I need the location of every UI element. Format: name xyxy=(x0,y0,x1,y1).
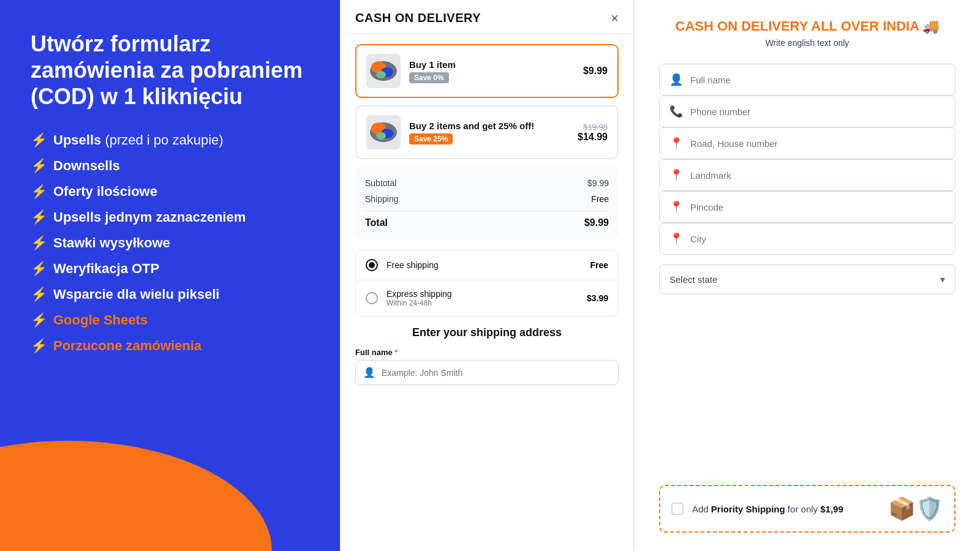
right-form-field[interactable]: 📍 xyxy=(659,159,956,191)
product-option[interactable]: Buy 2 items and get 25% off! Save 25% $1… xyxy=(355,105,619,159)
feature-item: ⚡Upsells jednym zaznaczeniem xyxy=(31,209,315,225)
modal-header: CASH ON DELIVERY × xyxy=(341,0,633,34)
feature-item: ⚡Google Sheets xyxy=(31,312,315,328)
priority-text: Add Priority Shipping for only $1,99 xyxy=(692,504,880,514)
field-icon: 📍 xyxy=(669,200,683,214)
radio-button[interactable] xyxy=(366,259,378,271)
priority-shipping-box: Add Priority Shipping for only $1,99 📦🛡️ xyxy=(659,485,956,533)
product-name: Buy 2 items and get 25% off! xyxy=(409,121,569,131)
right-form-field[interactable]: 📍 xyxy=(659,191,956,223)
package-icon: 📦🛡️ xyxy=(888,496,943,522)
shipping-option[interactable]: Express shipping Within 24-48h $3.99 xyxy=(356,280,618,316)
state-select-group[interactable]: Select state ▾ xyxy=(659,264,956,294)
shipping-info: Express shipping Within 24-48h xyxy=(386,289,578,307)
modal-title: CASH ON DELIVERY xyxy=(355,11,481,25)
lightning-icon: ⚡ xyxy=(31,338,47,354)
right-form-field[interactable]: 📍 xyxy=(659,223,956,255)
field-input[interactable] xyxy=(690,107,945,117)
right-form-field[interactable]: 📞 xyxy=(659,96,956,127)
total-value: $9.99 xyxy=(584,217,609,228)
lightning-icon: ⚡ xyxy=(31,132,47,148)
shipping-name: Free shipping xyxy=(386,260,581,270)
person-icon: 👤 xyxy=(363,367,375,378)
product-option[interactable]: Buy 1 item Save 0% $9.99 xyxy=(355,44,619,98)
product-info: Buy 2 items and get 25% off! Save 25% xyxy=(409,121,569,144)
shipping-name: Express shipping xyxy=(386,289,578,299)
full-name-group: Full name * 👤 xyxy=(355,348,619,385)
svg-point-9 xyxy=(376,132,386,140)
product-price: $19.98 $14.99 xyxy=(578,122,608,143)
field-input[interactable] xyxy=(690,75,945,85)
current-price: $14.99 xyxy=(578,132,608,143)
save-badge: Save 25% xyxy=(409,133,453,144)
field-icon: 👤 xyxy=(669,73,683,86)
shipping-info: Free shipping xyxy=(386,260,581,270)
feature-item: ⚡Downsells xyxy=(31,158,315,174)
lightning-icon: ⚡ xyxy=(31,184,47,200)
radio-button[interactable] xyxy=(366,292,378,304)
lightning-icon: ⚡ xyxy=(31,287,47,302)
feature-item: ⚡Oferty ilościowe xyxy=(31,184,315,200)
modal-body: Buy 1 item Save 0% $9.99 Buy 2 items and… xyxy=(341,34,633,551)
right-header: CASH ON DELIVERY ALL OVER INDIA 🚚 Write … xyxy=(659,18,956,48)
shipping-sub: Within 24-48h xyxy=(386,299,578,307)
chevron-down-icon: ▾ xyxy=(940,274,945,285)
feature-list: ⚡Upsells (przed i po zakupie)⚡Downsells⚡… xyxy=(31,132,315,354)
field-icon: 📞 xyxy=(669,105,683,118)
shipping-option[interactable]: Free shipping Free xyxy=(356,250,618,280)
right-subtitle: Write english text only xyxy=(659,38,956,48)
product-thumbnail xyxy=(366,115,401,149)
field-icon: 📍 xyxy=(669,168,683,182)
shipping-options: Free shipping Free Express shipping With… xyxy=(355,250,619,317)
priority-checkbox[interactable] xyxy=(671,503,684,515)
field-input[interactable] xyxy=(690,234,945,244)
product-thumbnail xyxy=(366,54,401,88)
field-input[interactable] xyxy=(690,138,945,149)
svg-point-4 xyxy=(376,71,386,78)
total-label: Total xyxy=(365,217,388,228)
summary-subtotal: Subtotal $9.99 xyxy=(365,175,609,191)
left-title: Utwórz formularz zamówienia za pobraniem… xyxy=(31,31,315,110)
priority-label: Priority Shipping xyxy=(711,504,785,514)
summary-box: Subtotal $9.99 Shipping Free Total $9.99 xyxy=(355,167,619,240)
priority-price: $1,99 xyxy=(820,504,843,514)
feature-item: ⚡Porzucone zamówienia xyxy=(31,338,315,354)
feature-item: ⚡Upsells (przed i po zakupie) xyxy=(31,132,315,148)
field-icon: 📍 xyxy=(669,137,683,150)
product-info: Buy 1 item Save 0% xyxy=(409,59,575,83)
field-input[interactable] xyxy=(690,170,945,181)
close-button[interactable]: × xyxy=(611,12,619,25)
left-panel: Utwórz formularz zamówienia za pobraniem… xyxy=(0,0,340,551)
shipping-value: Free xyxy=(591,194,609,204)
state-select[interactable]: Select state xyxy=(669,274,940,285)
right-panel: CASH ON DELIVERY ALL OVER INDIA 🚚 Write … xyxy=(634,0,980,551)
shipping-label: Shipping xyxy=(365,194,399,204)
save-badge: Save 0% xyxy=(409,72,449,83)
full-name-label: Full name * xyxy=(355,348,619,357)
subtotal-label: Subtotal xyxy=(365,178,396,188)
product-name: Buy 1 item xyxy=(409,59,575,70)
lightning-icon: ⚡ xyxy=(31,209,47,225)
field-icon: 📍 xyxy=(669,232,683,246)
shipping-price: Free xyxy=(590,260,608,270)
product-price: $9.99 xyxy=(583,66,608,77)
right-fields: 👤 📞 📍 📍 📍 📍 xyxy=(659,64,956,255)
shipping-price: $3.99 xyxy=(587,293,608,303)
feature-item: ⚡Wsparcie dla wielu pikseli xyxy=(31,287,315,302)
full-name-input-row[interactable]: 👤 xyxy=(355,360,619,385)
feature-item: ⚡Stawki wysyłkowe xyxy=(31,235,315,251)
address-title: Enter your shipping address xyxy=(355,326,619,339)
original-price: $19.98 xyxy=(578,122,608,132)
field-input[interactable] xyxy=(690,202,945,212)
lightning-icon: ⚡ xyxy=(31,312,47,328)
full-name-input[interactable] xyxy=(382,368,611,378)
right-form-field[interactable]: 👤 xyxy=(659,64,956,96)
product-options: Buy 1 item Save 0% $9.99 Buy 2 items and… xyxy=(355,44,619,159)
summary-total: Total $9.99 xyxy=(365,211,609,231)
right-title: CASH ON DELIVERY ALL OVER INDIA 🚚 xyxy=(659,18,956,34)
lightning-icon: ⚡ xyxy=(31,261,47,277)
middle-panel: CASH ON DELIVERY × Buy 1 item Save 0% $9… xyxy=(340,0,634,551)
current-price: $9.99 xyxy=(583,66,608,77)
right-form-field[interactable]: 📍 xyxy=(659,127,956,159)
lightning-icon: ⚡ xyxy=(31,158,47,174)
